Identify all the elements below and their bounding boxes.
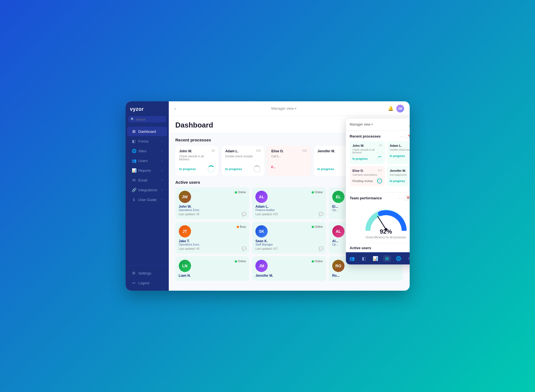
user-card[interactable]: Online JM Jennifer M. <box>252 256 326 281</box>
sidebar-item-label: Reports <box>138 168 151 173</box>
more-icon[interactable]: ··· <box>398 196 402 200</box>
chevron-icon: › <box>162 179 162 182</box>
more-icon[interactable]: ··· <box>400 134 404 139</box>
mobile-nav-users[interactable]: 👥 <box>347 255 357 262</box>
sidebar-item-sites[interactable]: 🌐 Sites › <box>127 146 167 156</box>
avatar: JM <box>255 260 268 272</box>
sidebar-item-settings[interactable]: ⚙ Settings <box>127 268 167 278</box>
sidebar-bottom: ⚙ Settings ↩ Logout <box>126 265 169 291</box>
search-input[interactable] <box>136 118 164 121</box>
user-card[interactable]: Online AL Adam L. Finance Auditor Last u… <box>252 187 326 219</box>
mail-icon: ✉ <box>132 178 136 182</box>
sidebar-item-users[interactable]: 👥 Users › <box>127 156 167 165</box>
progress-spinner <box>377 156 382 161</box>
chevron-icon: › <box>162 159 162 162</box>
mobile-nav-layers[interactable]: ◧ <box>360 255 368 262</box>
user-status: Busy <box>237 225 246 228</box>
link-icon: 🔗 <box>132 188 136 192</box>
chat-icon[interactable]: 💬 <box>242 212 246 216</box>
chat-icon[interactable]: 💬 <box>319 212 323 216</box>
bell-icon[interactable]: 🔔 <box>388 106 394 111</box>
sidebar-item-dashboard[interactable]: ⊞ Dashboard <box>127 127 167 136</box>
collapse-button[interactable]: « <box>174 106 177 111</box>
mobile-nav-chart[interactable]: 📊 <box>370 255 380 262</box>
active-users-title: Active users <box>175 180 200 185</box>
user-card[interactable]: Online LN Liam N. <box>175 256 250 281</box>
avatar: SK <box>255 225 268 237</box>
mobile-view-label: Manager view <box>350 122 371 126</box>
process-card[interactable]: Adam L. #23 Double-check receipts In pro… <box>221 146 265 176</box>
page-title: Dashboard <box>175 121 213 129</box>
mobile-recent-processes-header: Recent processes ··· 📅 Today <box>350 134 410 139</box>
gauge-percent: 92% <box>380 228 392 235</box>
status-dot <box>235 260 237 263</box>
avatar: RO <box>332 260 345 272</box>
chevron-icon: › <box>162 188 162 192</box>
sidebar-item-label: Logout <box>138 281 150 285</box>
chat-icon[interactable]: 💬 <box>242 246 246 251</box>
process-card[interactable]: John W. #5 Check utensils in all kitchen… <box>175 146 219 176</box>
user-status: Online <box>235 191 246 194</box>
globe-icon: 🌐 <box>132 149 136 153</box>
progress-spinner <box>253 165 261 173</box>
mobile-section-actions: ··· 📅 Today <box>400 134 409 139</box>
mobile-today-button[interactable]: 📅 Today <box>405 134 410 139</box>
mobile-overlay-card: Manager view ▾ 🔔 JM Recent processes ···… <box>346 118 410 265</box>
user-card[interactable]: Online SK Sean K. Staff Manager Last upd… <box>252 222 326 254</box>
sidebar-item-logout[interactable]: ↩ Logout <box>127 278 167 288</box>
users-icon: 👥 <box>132 158 136 163</box>
mobile-nav-grid[interactable]: ⊞ <box>383 255 391 262</box>
calendar-icon: 📅 <box>408 135 410 138</box>
bell-icon[interactable]: 🔔 <box>409 122 410 127</box>
process-card[interactable]: Elise O. #13 Call b... F... <box>267 146 311 176</box>
mobile-process-card[interactable]: Adam L. #23 Double-check receipts In pro… <box>387 141 410 164</box>
main-window: vyzor 🔍 ⊞ Dashboard ◧ Forms › 🌐 Sites › … <box>126 101 410 291</box>
search-bar[interactable]: 🔍 <box>128 116 166 122</box>
avatar: AL <box>255 191 268 203</box>
mobile-nav-mail[interactable]: ✉ <box>406 255 410 262</box>
view-label: Manager view <box>271 106 294 111</box>
chat-icon[interactable]: 💬 <box>319 246 323 251</box>
recent-processes-title: Recent processes <box>175 138 211 142</box>
user-card[interactable]: Busy JT Jake T. Operations Exec. Last up… <box>175 222 250 254</box>
user-status: Online <box>312 191 323 194</box>
topbar-icons: 🔔 JM <box>388 105 404 112</box>
mobile-body: Recent processes ··· 📅 Today John W. #5 … <box>346 131 410 192</box>
status-dot <box>237 226 239 228</box>
user-card[interactable]: Online JW John W. Operations Exec. Last … <box>175 187 250 219</box>
status-dot <box>312 260 314 263</box>
sidebar-item-integrations[interactable]: 🔗 Integrations › <box>127 185 167 195</box>
sidebar-item-label: User Guide <box>138 198 157 202</box>
app-logo: vyzor <box>126 101 169 115</box>
progress-spinner <box>207 165 215 173</box>
chevron-icon: › <box>162 140 162 143</box>
mobile-process-card[interactable]: John W. #5 Check utensils in all kitchen… <box>350 141 385 164</box>
user-avatar[interactable]: JM <box>396 105 404 112</box>
sidebar-item-label: Users <box>138 159 148 163</box>
dropdown-arrow-icon: ▾ <box>295 107 296 110</box>
user-status: Online <box>312 260 323 263</box>
grid-icon: ⊞ <box>132 129 136 134</box>
mobile-header-icons: 🔔 JM <box>409 121 410 128</box>
sidebar-item-label: Sites <box>138 149 146 153</box>
avatar: JT <box>179 225 191 237</box>
mobile-nav-globe[interactable]: 🌐 <box>394 255 404 262</box>
mobile-process-card[interactable]: Jennifer M. #4 Sort paperwork In progres… <box>387 166 410 186</box>
sidebar-item-label: Settings <box>138 271 152 275</box>
mobile-process-card[interactable]: Elise O. #13 Call back reservations Pend… <box>350 166 385 186</box>
all-time-button[interactable]: 📅 All time <box>404 195 410 201</box>
sidebar-item-email[interactable]: ✉ Email › <box>127 175 167 185</box>
view-selector[interactable]: Manager view ▾ <box>180 106 388 111</box>
sidebar-item-label: Dashboard <box>138 129 156 134</box>
sidebar-item-userguide[interactable]: ℹ User Guide › <box>127 195 167 204</box>
calendar-icon: 📅 <box>406 197 410 200</box>
team-perf-header: Team performance ··· 📅 All time <box>350 195 410 201</box>
sidebar-item-reports[interactable]: 📊 Reports › <box>127 166 167 175</box>
sidebar-item-label: Email <box>138 178 148 182</box>
mobile-view-selector[interactable]: Manager view ▾ <box>350 122 373 126</box>
sidebar-item-forms[interactable]: ◧ Forms › <box>127 136 167 146</box>
sidebar: vyzor 🔍 ⊞ Dashboard ◧ Forms › 🌐 Sites › … <box>126 101 169 291</box>
svg-line-0 <box>378 216 386 229</box>
mobile-bottom-nav: 👥 ◧ 📊 ⊞ 🌐 ✉ ··· <box>346 252 410 264</box>
layers-icon: ◧ <box>132 139 136 143</box>
